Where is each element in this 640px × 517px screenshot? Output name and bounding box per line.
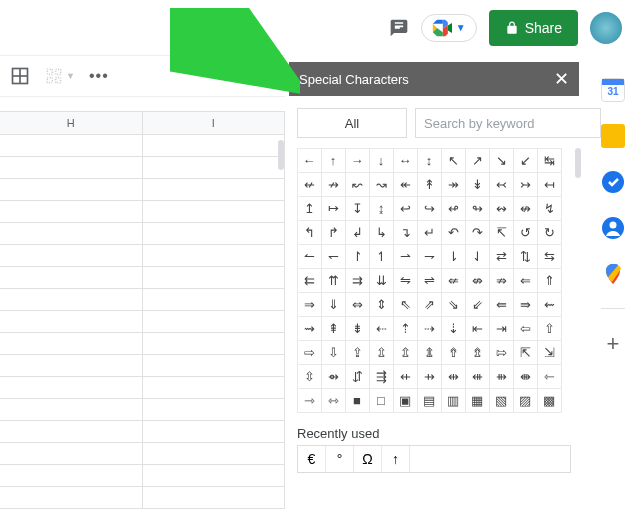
merge-cells-icon[interactable]: ▼	[44, 66, 75, 86]
char-cell[interactable]: ⇻	[489, 364, 514, 389]
char-cell[interactable]: ↷	[465, 220, 490, 245]
char-cell[interactable]: ⇄	[489, 244, 514, 269]
char-cell[interactable]: ⇾	[297, 388, 322, 413]
char-cell[interactable]: ⇦	[513, 316, 538, 341]
char-cell[interactable]: ⇐	[513, 268, 538, 293]
char-cell[interactable]: ⇚	[489, 292, 514, 317]
row[interactable]	[0, 377, 285, 399]
row[interactable]	[0, 421, 285, 443]
char-cell[interactable]: ↸	[489, 220, 514, 245]
char-cell[interactable]: ⇥	[489, 316, 514, 341]
char-cell[interactable]: ⇅	[513, 244, 538, 269]
row[interactable]	[0, 311, 285, 333]
char-cell[interactable]: ↑	[321, 148, 346, 173]
row[interactable]	[0, 135, 285, 157]
category-all-button[interactable]: All	[297, 108, 407, 138]
char-cell[interactable]: □	[369, 388, 394, 413]
char-cell[interactable]: ↦	[321, 196, 346, 221]
char-cell[interactable]: ⇵	[345, 364, 370, 389]
col-h[interactable]: H	[0, 111, 143, 135]
char-cell[interactable]: ⇞	[321, 316, 346, 341]
char-cell[interactable]: ↹	[537, 148, 562, 173]
char-cell[interactable]: ▩	[537, 388, 562, 413]
char-cell[interactable]: ■	[345, 388, 370, 413]
char-cell[interactable]: ⇀	[393, 244, 418, 269]
char-cell[interactable]: ↭	[489, 196, 514, 221]
char-cell[interactable]: ⇒	[297, 292, 322, 317]
char-cell[interactable]: ⇣	[441, 316, 466, 341]
char-cell[interactable]: ↛	[321, 172, 346, 197]
char-cell[interactable]: ⇛	[513, 292, 538, 317]
row[interactable]	[0, 223, 285, 245]
char-cell[interactable]: ↜	[345, 172, 370, 197]
char-cell[interactable]: ⇬	[393, 340, 418, 365]
char-cell[interactable]: ⇝	[297, 316, 322, 341]
char-cell[interactable]: ⇎	[465, 268, 490, 293]
char-cell[interactable]: ↙	[513, 148, 538, 173]
row[interactable]	[0, 333, 285, 355]
char-cell[interactable]: ⇸	[417, 364, 442, 389]
char-cell[interactable]: ↲	[345, 220, 370, 245]
grid-scrollbar[interactable]	[575, 148, 581, 178]
char-cell[interactable]: ▨	[513, 388, 538, 413]
char-cell[interactable]: ↔	[393, 148, 418, 173]
comments-icon[interactable]	[389, 18, 409, 38]
row[interactable]	[0, 465, 285, 487]
char-cell[interactable]: ⇶	[369, 364, 394, 389]
char-cell[interactable]: ⇪	[345, 340, 370, 365]
char-cell[interactable]: ↪	[417, 196, 442, 221]
char-cell[interactable]: ⇯	[465, 340, 490, 365]
keep-icon[interactable]	[601, 124, 625, 148]
char-cell[interactable]: ⇕	[369, 292, 394, 317]
char-cell[interactable]: ↱	[321, 220, 346, 245]
char-cell[interactable]: ↽	[321, 244, 346, 269]
borders-icon[interactable]	[10, 66, 30, 86]
char-cell[interactable]: ▣	[393, 388, 418, 413]
char-cell[interactable]: ↥	[297, 196, 322, 221]
char-cell[interactable]: ⇿	[321, 388, 346, 413]
char-cell[interactable]: ↘	[489, 148, 514, 173]
char-cell[interactable]: ▦	[465, 388, 490, 413]
char-cell[interactable]: ⇺	[465, 364, 490, 389]
char-cell[interactable]: ↯	[537, 196, 562, 221]
char-cell[interactable]: ↨	[369, 196, 394, 221]
char-cell[interactable]: ⇟	[345, 316, 370, 341]
char-cell[interactable]: ⇱	[513, 340, 538, 365]
char-cell[interactable]: ↾	[345, 244, 370, 269]
char-cell[interactable]: ↵	[417, 220, 442, 245]
sheet-scrollbar[interactable]	[278, 140, 284, 170]
char-cell[interactable]: →	[345, 148, 370, 173]
char-cell[interactable]: ↠	[441, 172, 466, 197]
search-input[interactable]	[415, 108, 601, 138]
char-cell[interactable]: ↝	[369, 172, 394, 197]
recent-char[interactable]: Ω	[354, 446, 382, 472]
meet-button[interactable]: ▼	[421, 14, 477, 42]
char-cell[interactable]: ⇓	[321, 292, 346, 317]
char-cell[interactable]: ↓	[369, 148, 394, 173]
char-cell[interactable]: ▤	[417, 388, 442, 413]
recent-char[interactable]: €	[298, 446, 326, 472]
char-cell[interactable]: ⇢	[417, 316, 442, 341]
char-cell[interactable]: ↡	[465, 172, 490, 197]
char-cell[interactable]: ⇽	[537, 364, 562, 389]
char-cell[interactable]: ↿	[369, 244, 394, 269]
char-cell[interactable]: ⇙	[465, 292, 490, 317]
char-cell[interactable]: ↞	[393, 172, 418, 197]
char-cell[interactable]: ⇠	[369, 316, 394, 341]
char-cell[interactable]: ↚	[297, 172, 322, 197]
char-cell[interactable]: ⇃	[465, 244, 490, 269]
row[interactable]	[0, 157, 285, 179]
char-cell[interactable]: ⇋	[393, 268, 418, 293]
char-cell[interactable]: ⇲	[537, 340, 562, 365]
char-cell[interactable]: ⇊	[369, 268, 394, 293]
char-cell[interactable]: ⇌	[417, 268, 442, 293]
char-cell[interactable]: ⇘	[441, 292, 466, 317]
char-cell[interactable]: ↰	[297, 220, 322, 245]
char-cell[interactable]: ⇳	[297, 364, 322, 389]
char-cell[interactable]: ↢	[489, 172, 514, 197]
maps-icon[interactable]	[601, 262, 625, 286]
char-cell[interactable]: ⇡	[393, 316, 418, 341]
char-cell[interactable]: ⇁	[417, 244, 442, 269]
recent-char[interactable]: °	[326, 446, 354, 472]
row[interactable]	[0, 487, 285, 509]
